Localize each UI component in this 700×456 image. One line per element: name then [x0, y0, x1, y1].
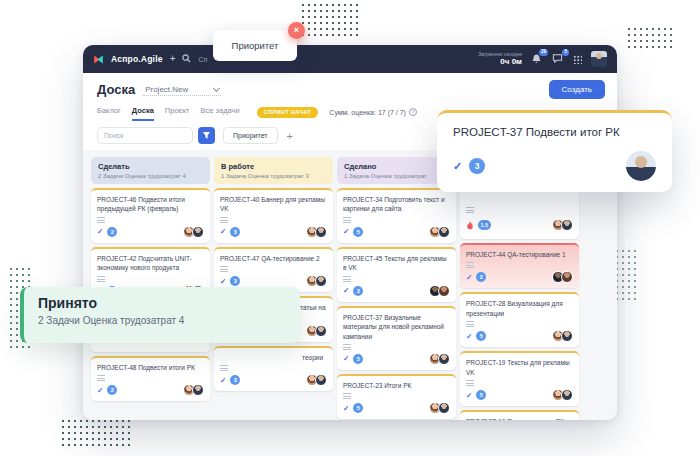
- accepted-title: Принято: [38, 295, 286, 311]
- card-footer: ✓5: [343, 226, 450, 238]
- tabs: БаклогДоскаПроектВсе задачи: [97, 106, 240, 121]
- card-title: PROJECT-28 Визуализация для презентации: [466, 299, 573, 318]
- card-title: PROJECT-34 Подготовить текст и картинки …: [343, 195, 450, 214]
- board-column-1: В работе1 Задача Оценка трудозатрат 3PRO…: [214, 157, 333, 413]
- search-icon[interactable]: [182, 54, 191, 65]
- description-icon: [343, 217, 351, 223]
- task-card[interactable]: PROJECT-28 Визуализация для презентации✓…: [460, 292, 579, 347]
- estimate-badge: 5: [476, 390, 486, 400]
- chevron-down-icon: [213, 84, 220, 91]
- card-footer: ✓3: [220, 374, 327, 386]
- tab-2[interactable]: Проект: [165, 106, 190, 121]
- task-card[interactable]: PROJECT-44 QA-тестирование 1✓2: [460, 243, 579, 288]
- popup-card-title: PROJECT-37 Подвести итог РК: [453, 126, 656, 138]
- decorative-dots: [300, 2, 360, 36]
- decorative-dots: [626, 26, 672, 52]
- column-meta: 2 Задачи Оценка трудозатрат 4: [98, 173, 203, 179]
- user-avatar[interactable]: [591, 51, 607, 67]
- messages-button[interactable]: 5: [552, 53, 564, 65]
- description-icon: [343, 344, 351, 350]
- card-footer: ✓5: [466, 389, 573, 401]
- check-icon: ✓: [220, 227, 226, 236]
- avatar: [438, 402, 450, 414]
- task-card[interactable]: 1.5: [460, 188, 579, 239]
- task-card[interactable]: PROJECT-46 Подвести итоги предыдущей РК …: [91, 188, 210, 243]
- card-footer: ✓2: [97, 226, 204, 238]
- avatar: [561, 330, 573, 342]
- avatar: [192, 384, 204, 396]
- avatar: [315, 325, 327, 337]
- assignee-avatars: [429, 285, 450, 297]
- card-title: PROJECT-19 Тексты для рекламы VK: [466, 358, 573, 377]
- task-card[interactable]: PROJECT-47 QA-тестирование 2✓3: [214, 247, 333, 292]
- task-card[interactable]: PROJECT-37 Визуальные материалы для ново…: [337, 306, 456, 370]
- assignee-avatars: [429, 402, 450, 414]
- funnel-icon: [202, 131, 211, 140]
- board-column-3: 1.5PROJECT-44 QA-тестирование 1✓2PROJECT…: [460, 157, 579, 413]
- notifications-button[interactable]: 29: [531, 53, 543, 65]
- estimate-badge: 3: [230, 227, 240, 237]
- task-card[interactable]: PROJECT-45 Тексты для рекламы в VK✓3: [337, 247, 456, 302]
- description-icon: [466, 262, 474, 268]
- filter-button[interactable]: [198, 127, 215, 144]
- task-card[interactable]: PROJECT-23 Итоги РК✓5: [337, 374, 456, 419]
- task-card[interactable]: PROJECT-48 Подвести итоги РК✓2: [91, 356, 210, 401]
- brand-name: Аспро.Agile: [111, 54, 163, 64]
- assignee-avatars: [429, 226, 450, 238]
- check-icon: ✓: [453, 160, 462, 173]
- column-header[interactable]: В работе1 Задача Оценка трудозатрат 3: [214, 157, 333, 184]
- project-name: Project.New: [145, 85, 188, 94]
- check-icon: ✓: [343, 227, 349, 236]
- avatar: [315, 226, 327, 238]
- search-input[interactable]: [97, 127, 193, 144]
- column-header[interactable]: Сделать2 Задачи Оценка трудозатрат 4: [91, 157, 210, 184]
- check-icon: ✓: [220, 277, 226, 286]
- card-title: [466, 195, 573, 204]
- task-card[interactable]: PROJECT-16 Подвести итоги РК: [460, 410, 579, 420]
- avatar: [315, 275, 327, 287]
- description-icon: [97, 276, 105, 282]
- avatar: [438, 226, 450, 238]
- check-icon: ✓: [97, 227, 103, 236]
- decorative-dots: [614, 248, 640, 300]
- column-meta: 1 Задача Оценка трудозатрат 3: [221, 173, 326, 179]
- check-icon: ✓: [466, 273, 472, 282]
- description-icon: [220, 365, 228, 371]
- task-card[interactable]: PROJECT-40 Баннер для рекламы VK✓3: [214, 188, 333, 243]
- task-card-popup[interactable]: PROJECT-37 Подвести итог РК ✓ 3: [437, 110, 672, 192]
- decorative-dots: [60, 418, 130, 448]
- popup-estimate-badge: 3: [469, 158, 485, 174]
- score-summary: Сумм. оценка: 17 (7 / 7) ?: [329, 108, 417, 116]
- task-card[interactable]: PROJECT-19 Тексты для рекламы VK✓5: [460, 351, 579, 406]
- tab-3[interactable]: Все задачи: [201, 106, 240, 121]
- check-icon: ✓: [343, 286, 349, 295]
- estimate-badge: 5: [353, 354, 363, 364]
- info-icon[interactable]: ?: [409, 108, 417, 116]
- description-icon: [343, 276, 351, 282]
- estimate-badge: 5: [353, 227, 363, 237]
- create-button[interactable]: Создать: [549, 80, 605, 99]
- task-card[interactable]: теории✓3: [214, 346, 333, 391]
- description-icon: [220, 217, 228, 223]
- add-icon[interactable]: +: [170, 54, 176, 64]
- description-icon: [466, 321, 474, 327]
- avatar: [561, 389, 573, 401]
- assignee-avatars: [552, 219, 573, 231]
- card-title: PROJECT-47 QA-тестирование 2: [220, 254, 327, 263]
- assignee-avatars: [552, 330, 573, 342]
- project-selector[interactable]: Project.New: [143, 84, 221, 96]
- apps-grid-icon[interactable]: [573, 55, 582, 64]
- card-title: PROJECT-42 Подсчитать UNIT-экономику нов…: [97, 254, 204, 273]
- tab-0[interactable]: Баклог: [97, 106, 121, 121]
- tab-1[interactable]: Доска: [132, 106, 154, 121]
- time-tracker: Затрачено сегодня 0ч 0м: [478, 51, 522, 67]
- task-card[interactable]: PROJECT-34 Подготовить текст и картинки …: [337, 188, 456, 243]
- estimate-badge: 3: [230, 375, 240, 385]
- priority-filter-chip[interactable]: Приоритет: [223, 127, 278, 144]
- messages-count-badge: 5: [562, 49, 569, 56]
- add-filter-button[interactable]: +: [283, 130, 297, 142]
- close-icon[interactable]: ×: [288, 22, 305, 39]
- accepted-meta: 2 Задачи Оценка трудозатрат 4: [38, 315, 286, 326]
- card-footer: ✓5: [466, 330, 573, 342]
- description-icon: [343, 393, 351, 399]
